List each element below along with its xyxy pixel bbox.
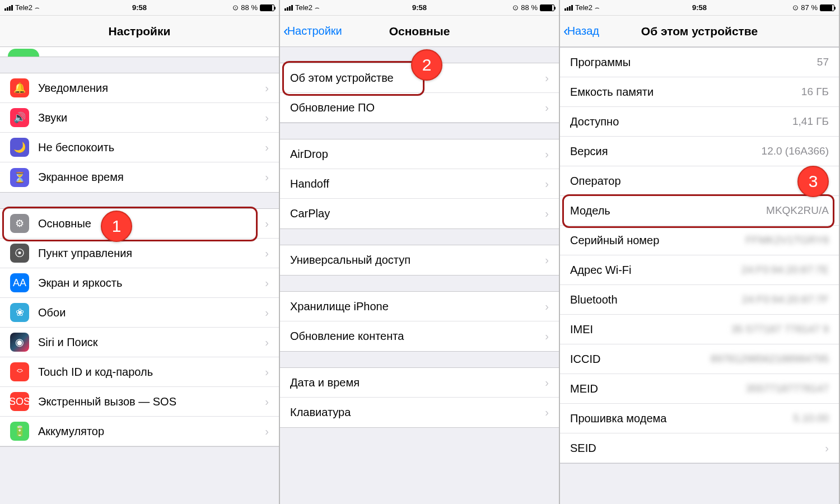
carrier-label: Tele2 — [575, 3, 592, 12]
row-label: Емкость памяти — [570, 86, 801, 99]
settings-row[interactable]: Обновление ПО › — [280, 93, 559, 123]
row-label: MEID — [570, 382, 746, 395]
chevron-right-icon: › — [265, 247, 269, 260]
row-label: Bluetooth — [570, 293, 742, 306]
row-icon: ⌔ — [10, 362, 29, 381]
status-time: 9:58 — [132, 3, 147, 12]
row-value: 24:F0:94:20:87:7F — [742, 293, 829, 306]
signal-icon — [564, 5, 573, 11]
callout-badge-1: 1 — [101, 211, 132, 242]
settings-row[interactable]: AA Экран и яркость › — [0, 268, 279, 298]
callout-badge-2: 2 — [411, 49, 442, 81]
row-icon: ⏳ — [10, 168, 29, 187]
row-icon: ⚙ — [10, 214, 29, 233]
chevron-right-icon: › — [265, 141, 269, 154]
info-row: Серийный номер FFMK2V1TGRY8 — [560, 226, 839, 255]
row-label: Экранное время — [38, 171, 259, 184]
row-label: Экстренный вызов — SOS — [38, 395, 259, 408]
wifi-icon: ⌢ — [35, 3, 40, 12]
settings-row[interactable]: ◉ Siri и Поиск › — [0, 328, 279, 357]
row-label: Модель — [570, 204, 766, 217]
battery-icon — [820, 4, 834, 11]
row-label: IMEI — [570, 323, 731, 336]
chevron-right-icon: › — [265, 171, 269, 184]
back-label: Настройки — [287, 25, 342, 38]
battery-icon — [260, 4, 274, 11]
settings-row[interactable]: SOS Экстренный вызов — SOS › — [0, 387, 279, 417]
row-value: 24:F0:94:20:87:7E — [741, 264, 829, 276]
row-value: 12.0 (16A366) — [762, 145, 829, 157]
row-icon: 🌙 — [10, 138, 29, 157]
group-about-details: Программы 57Емкость памяти 16 ГБДоступно… — [560, 47, 839, 464]
row-value: 35577187778147 — [746, 382, 829, 395]
row-label: Аккумулятор — [38, 425, 259, 438]
settings-row[interactable]: ❀ Обои › — [0, 298, 279, 328]
page-title: Основные — [389, 25, 450, 38]
settings-row[interactable]: 🔋 Аккумулятор › — [0, 417, 279, 446]
chevron-right-icon: › — [265, 395, 269, 408]
settings-row[interactable]: ⚙ Основные › — [0, 209, 279, 239]
settings-row[interactable]: Дата и время › — [280, 368, 559, 398]
info-row: Bluetooth 24:F0:94:20:87:7F — [560, 285, 839, 315]
row-value: 1,41 ГБ — [792, 115, 829, 128]
row-label: AirDrop — [290, 148, 539, 161]
battery-pct: 88 % — [241, 3, 258, 12]
info-row[interactable]: SEID › — [560, 433, 839, 463]
row-label: Обои — [38, 306, 259, 319]
settings-row[interactable]: 🌙 Не беспокоить › — [0, 133, 279, 162]
settings-row[interactable]: ⦿ Пункт управления › — [0, 239, 279, 268]
row-value: MKQK2RU/A — [766, 204, 829, 217]
callout-badge-3: 3 — [797, 166, 829, 197]
row-value: 5.10.00 — [794, 412, 829, 424]
group-airdrop: AirDrop ›Handoff ›CarPlay › — [280, 139, 559, 229]
settings-row[interactable]: Handoff › — [280, 169, 559, 199]
back-button[interactable]: ‹ Назад — [563, 16, 599, 46]
row-label: Оператор — [570, 175, 804, 188]
settings-row[interactable]: 🔔 Уведомления › — [0, 73, 279, 103]
row-label: Адрес Wi-Fi — [570, 264, 741, 277]
info-row: ICCID 89781298562188984795 — [560, 344, 839, 374]
about-list[interactable]: Программы 57Емкость памяти 16 ГБДоступно… — [560, 47, 839, 504]
info-row: Модель MKQK2RU/A — [560, 196, 839, 226]
row-label: Хранилище iPhone — [290, 300, 539, 313]
settings-row[interactable]: AirDrop › — [280, 139, 559, 169]
row-value: 89781298562188984795 — [711, 353, 829, 365]
row-icon: 🔔 — [10, 78, 29, 97]
chevron-right-icon: › — [545, 178, 549, 190]
settings-row[interactable]: Хранилище iPhone › — [280, 292, 559, 321]
row-label: Handoff — [290, 178, 539, 190]
chevron-right-icon: › — [545, 300, 549, 313]
status-bar: Tele2 ⌢ 9:58 ⊙ 88 % — [0, 0, 279, 16]
settings-row[interactable]: ⏳ Экранное время › — [0, 162, 279, 192]
info-row: MEID 35577187778147 — [560, 374, 839, 404]
info-row: Прошивка модема 5.10.00 — [560, 404, 839, 433]
settings-row[interactable]: Клавиатура › — [280, 398, 559, 427]
row-label: Экран и яркость — [38, 277, 259, 290]
row-label: SEID — [570, 442, 819, 455]
general-list[interactable]: Об этом устройстве ›Обновление ПО › AirD… — [280, 47, 559, 504]
row-label: Прошивка модема — [570, 412, 794, 425]
settings-row[interactable]: ⌔ Touch ID и код-пароль › — [0, 357, 279, 387]
info-row: Доступно 1,41 ГБ — [560, 107, 839, 137]
row-label: Клавиатура — [290, 406, 539, 419]
settings-row[interactable]: CarPlay › — [280, 199, 559, 228]
row-icon: AA — [10, 273, 29, 292]
row-icon: ◉ — [10, 333, 29, 352]
row-label: CarPlay — [290, 207, 539, 220]
status-time: 9:58 — [412, 3, 427, 12]
settings-list[interactable]: 🔔 Уведомления ›🔊 Звуки ›🌙 Не беспокоить … — [0, 47, 279, 504]
chevron-right-icon: › — [265, 336, 269, 349]
back-button[interactable]: ‹ Настройки — [283, 16, 342, 46]
row-icon: ⦿ — [10, 244, 29, 263]
row-value: 57 — [817, 56, 829, 68]
wifi-icon: ⌢ — [315, 3, 320, 12]
settings-row[interactable]: 🔊 Звуки › — [0, 103, 279, 133]
page-title: Об этом устройстве — [641, 25, 758, 38]
row-label: Уведомления — [38, 82, 259, 95]
group-accessibility: Универсальный доступ › — [280, 245, 559, 276]
settings-row[interactable]: Обновление контента › — [280, 321, 559, 351]
chevron-right-icon: › — [545, 207, 549, 220]
row-label: Обновление контента — [290, 330, 539, 343]
settings-row[interactable]: Универсальный доступ › — [280, 245, 559, 275]
group-notifications: 🔔 Уведомления ›🔊 Звуки ›🌙 Не беспокоить … — [0, 73, 279, 193]
